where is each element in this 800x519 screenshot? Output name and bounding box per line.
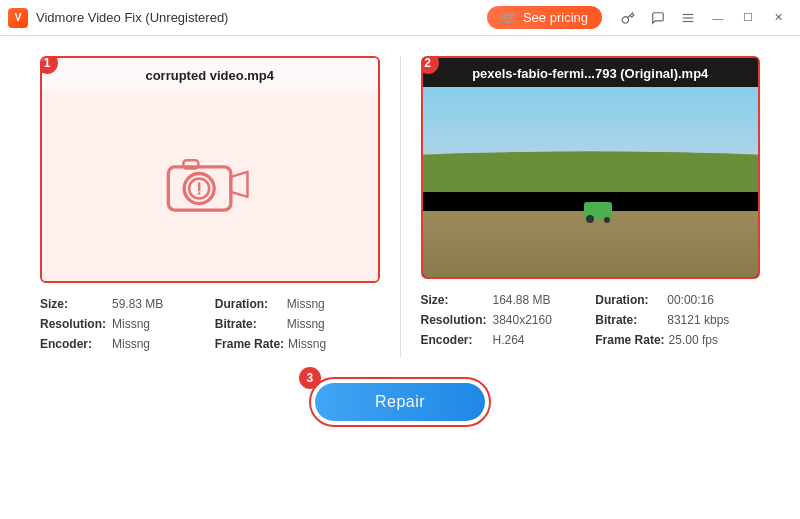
left-size-label: Size: xyxy=(40,297,108,311)
titlebar-controls: — ☐ ✕ xyxy=(614,4,792,32)
left-info-row-2: Resolution: Missng Bitrate: Missng xyxy=(40,317,380,331)
corrupted-video-content xyxy=(42,91,378,281)
left-resolution-label: Resolution: xyxy=(40,317,108,331)
right-bitrate-value: 83121 kbps xyxy=(667,313,729,327)
camera-error-icon xyxy=(160,146,260,226)
panel-divider xyxy=(400,56,401,357)
right-resolution-label: Resolution: xyxy=(421,313,489,327)
svg-rect-8 xyxy=(183,160,198,168)
right-size-value: 164.88 MB xyxy=(493,293,551,307)
chat-button[interactable] xyxy=(644,4,672,32)
left-framerate-value: Missng xyxy=(288,337,326,351)
original-video-title: pexels-fabio-fermi...793 (Original).mp4 xyxy=(423,58,759,87)
right-framerate-label: Frame Rate: xyxy=(595,333,664,347)
left-panel: 1 corrupted video.mp4 xyxy=(40,56,380,357)
right-resolution-value: 3840x2160 xyxy=(493,313,552,327)
right-size-col: Size: 164.88 MB xyxy=(421,293,586,307)
corrupt-icon xyxy=(160,146,260,226)
left-framerate-col: Frame Rate: Missng xyxy=(215,337,380,351)
pricing-label: See pricing xyxy=(523,10,588,25)
titlebar: V Vidmore Video Fix (Unregistered) 🛒 See… xyxy=(0,0,800,36)
badge-3: 3 xyxy=(299,367,321,389)
panels-row: 1 corrupted video.mp4 xyxy=(40,56,760,357)
left-encoder-col: Encoder: Missng xyxy=(40,337,205,351)
bottom-row: 3 Repair xyxy=(40,377,760,427)
right-info-row-2: Resolution: 3840x2160 Bitrate: 83121 kbp… xyxy=(421,313,761,327)
right-info-table: Size: 164.88 MB Duration: 00:00:16 Resol… xyxy=(421,293,761,353)
titlebar-left: V Vidmore Video Fix (Unregistered) xyxy=(8,8,228,28)
repair-button[interactable]: Repair xyxy=(315,383,485,421)
right-duration-label: Duration: xyxy=(595,293,663,307)
right-panel: 2 pexels-fabio-fermi...793 (Original).mp… xyxy=(421,56,761,353)
titlebar-right: 🛒 See pricing — xyxy=(487,4,792,32)
right-encoder-col: Encoder: H.264 xyxy=(421,333,586,347)
app-title: Vidmore Video Fix (Unregistered) xyxy=(36,10,228,25)
maximize-button[interactable]: ☐ xyxy=(734,4,762,32)
pricing-button[interactable]: 🛒 See pricing xyxy=(487,6,602,29)
right-framerate-value: 25.00 fps xyxy=(669,333,718,347)
close-button[interactable]: ✕ xyxy=(764,4,792,32)
left-framerate-label: Frame Rate: xyxy=(215,337,284,351)
tractor-element xyxy=(584,202,612,220)
right-size-label: Size: xyxy=(421,293,489,307)
left-bitrate-col: Bitrate: Missng xyxy=(215,317,380,331)
left-info-table: Size: 59.83 MB Duration: Missng Resoluti… xyxy=(40,297,380,357)
svg-marker-9 xyxy=(231,172,248,197)
left-bitrate-label: Bitrate: xyxy=(215,317,283,331)
minimize-button[interactable]: — xyxy=(704,4,732,32)
right-framerate-col: Frame Rate: 25.00 fps xyxy=(595,333,760,347)
landscape-thumbnail xyxy=(423,87,759,277)
original-video-box: 2 pexels-fabio-fermi...793 (Original).mp… xyxy=(421,56,761,279)
left-encoder-label: Encoder: xyxy=(40,337,108,351)
right-bitrate-label: Bitrate: xyxy=(595,313,663,327)
left-resolution-value: Missng xyxy=(112,317,150,331)
left-size-col: Size: 59.83 MB xyxy=(40,297,205,311)
cart-icon: 🛒 xyxy=(501,10,517,25)
left-duration-col: Duration: Missng xyxy=(215,297,380,311)
svg-point-7 xyxy=(198,192,201,195)
corrupted-video-box: 1 corrupted video.mp4 xyxy=(40,56,380,283)
right-duration-col: Duration: 00:00:16 xyxy=(595,293,760,307)
left-duration-label: Duration: xyxy=(215,297,283,311)
right-resolution-col: Resolution: 3840x2160 xyxy=(421,313,586,327)
right-info-row-1: Size: 164.88 MB Duration: 00:00:16 xyxy=(421,293,761,307)
repair-wrap: 3 Repair xyxy=(309,377,491,427)
original-video-content xyxy=(423,87,759,277)
right-info-row-3: Encoder: H.264 Frame Rate: 25.00 fps xyxy=(421,333,761,347)
right-encoder-value: H.264 xyxy=(493,333,525,347)
left-encoder-value: Missng xyxy=(112,337,150,351)
right-duration-value: 00:00:16 xyxy=(667,293,714,307)
menu-button[interactable] xyxy=(674,4,702,32)
right-bitrate-col: Bitrate: 83121 kbps xyxy=(595,313,760,327)
main-content: 1 corrupted video.mp4 xyxy=(0,36,800,519)
left-resolution-col: Resolution: Missng xyxy=(40,317,205,331)
app-icon: V xyxy=(8,8,28,28)
left-size-value: 59.83 MB xyxy=(112,297,163,311)
key-button[interactable] xyxy=(614,4,642,32)
repair-btn-border: Repair xyxy=(309,377,491,427)
corrupted-video-title: corrupted video.mp4 xyxy=(42,58,378,91)
left-bitrate-value: Missng xyxy=(287,317,325,331)
right-encoder-label: Encoder: xyxy=(421,333,489,347)
left-info-row-1: Size: 59.83 MB Duration: Missng xyxy=(40,297,380,311)
left-duration-value: Missng xyxy=(287,297,325,311)
left-info-row-3: Encoder: Missng Frame Rate: Missng xyxy=(40,337,380,351)
